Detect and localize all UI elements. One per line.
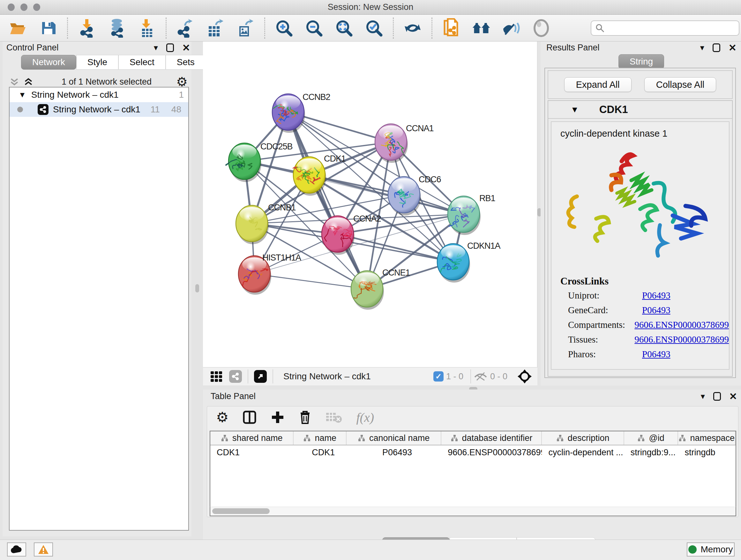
tab-string[interactable]: String <box>618 54 664 69</box>
import-network-icon[interactable] <box>77 19 96 37</box>
column-header-name[interactable]: name <box>293 431 347 445</box>
table-cell[interactable]: P06493 <box>347 445 441 459</box>
delete-column-icon[interactable] <box>299 410 312 425</box>
network-row-selected[interactable]: String Network – cdk1 11 48 <box>10 102 188 117</box>
table-cell[interactable]: CDK1 <box>210 445 293 459</box>
node-CDC6[interactable]: CDC6 <box>388 175 441 215</box>
crosslink-link[interactable]: P06493 <box>642 304 670 316</box>
column-header-description[interactable]: description <box>542 431 624 445</box>
zoom-fit-icon[interactable] <box>335 19 353 37</box>
memory-button[interactable]: Memory <box>687 543 735 557</box>
close-panel-icon[interactable]: ✕ <box>182 43 190 53</box>
column-header-shared-name[interactable]: shared name <box>210 431 293 445</box>
import-table-icon[interactable] <box>138 19 156 37</box>
panel-menu-icon[interactable]: ▾ <box>701 391 705 401</box>
hide-graphics-details-icon[interactable] <box>502 19 521 37</box>
close-panel-icon[interactable]: ✕ <box>729 43 737 53</box>
table-cell[interactable]: 9606.ENSP00000378699 <box>441 445 542 459</box>
minimize-window-icon[interactable] <box>20 3 27 11</box>
update-layout-icon[interactable] <box>403 19 422 37</box>
expand-all-button[interactable]: Expand All <box>564 77 631 92</box>
table-cell[interactable]: cyclin-dependent ... <box>542 445 624 459</box>
table-cell[interactable]: stringdb:9... <box>624 445 678 459</box>
tab-style[interactable]: Style <box>76 55 118 70</box>
panel-menu-icon[interactable]: ▾ <box>700 43 704 53</box>
show-columns-icon[interactable] <box>243 410 257 424</box>
share-document-icon[interactable] <box>442 19 461 37</box>
collapse-collection-icon[interactable]: ▼ <box>18 90 26 99</box>
table-cell[interactable]: CDK1 <box>293 445 347 459</box>
network-view[interactable]: CCNB2CCNA1CDC25BCDK1CDC6RB1CCNB1CCNA2CDK… <box>203 42 537 367</box>
column-header-canonical-name[interactable]: canonical name <box>347 431 441 445</box>
grid-view-icon[interactable] <box>209 369 223 383</box>
node-CDKN1A[interactable]: CDKN1A <box>437 241 501 283</box>
window-buttons[interactable] <box>8 3 40 11</box>
search-field[interactable] <box>591 20 739 36</box>
maximize-window-icon[interactable] <box>33 3 40 11</box>
zoom-out-icon[interactable] <box>305 19 323 37</box>
warning-status-button[interactable] <box>34 543 53 557</box>
cloud-status-button[interactable] <box>7 543 26 557</box>
float-panel-icon[interactable] <box>713 44 720 52</box>
node-RB1[interactable]: RB1 <box>448 193 495 235</box>
zoom-in-icon[interactable] <box>275 19 293 37</box>
import-network-database-icon[interactable] <box>108 19 126 37</box>
node-label-CDC25B: CDC25B <box>260 142 293 151</box>
float-panel-icon[interactable] <box>166 44 174 52</box>
collapse-section-icon[interactable]: ▼ <box>570 105 579 115</box>
birdseye-view-icon[interactable] <box>532 19 550 37</box>
close-window-icon[interactable] <box>8 3 15 11</box>
network-collection-row[interactable]: ▼ String Network – cdk1 1 <box>10 87 188 102</box>
column-header-namespace[interactable]: namespace <box>678 431 736 445</box>
column-header-database-identifier[interactable]: database identifier <box>441 431 542 445</box>
tab-select[interactable]: Select <box>118 55 165 70</box>
save-session-icon[interactable] <box>39 19 57 37</box>
float-panel-icon[interactable] <box>713 392 721 401</box>
delete-table-icon <box>326 411 342 424</box>
node-CCNA1[interactable]: CCNA1 <box>375 124 434 163</box>
export-network-icon[interactable] <box>176 19 195 37</box>
node-CCNB1[interactable]: CCNB1 <box>236 203 296 244</box>
table-horizontal-scrollbar[interactable] <box>210 507 736 516</box>
network-share-badge-icon[interactable] <box>229 370 242 383</box>
tab-network[interactable]: Network <box>21 55 76 70</box>
table-cell[interactable]: stringdb <box>678 445 736 459</box>
collapse-all-button[interactable]: Collapse All <box>644 77 717 92</box>
network-options-gear-icon[interactable]: ⚙ <box>176 75 188 88</box>
scrollbar-thumb[interactable] <box>212 508 270 514</box>
crosslink-link[interactable]: P06493 <box>642 289 670 302</box>
node-CCNB2[interactable]: CCNB2 <box>272 92 330 133</box>
node-CCNA2[interactable]: CCNA2 <box>322 214 381 255</box>
search-input[interactable] <box>605 23 739 33</box>
network-canvas[interactable]: CCNB2CCNA1CDC25BCDK1CDC6RB1CCNB1CCNA2CDK… <box>203 42 537 367</box>
panel-menu-icon[interactable]: ▾ <box>154 43 158 53</box>
export-table-icon[interactable] <box>206 19 225 37</box>
table-options-gear-icon[interactable]: ⚙ <box>216 410 228 424</box>
tab-sets[interactable]: Sets <box>165 55 206 70</box>
close-panel-icon[interactable]: ✕ <box>729 392 737 401</box>
column-header--id[interactable]: @id <box>624 431 678 445</box>
table-row[interactable]: CDK1CDK1P064939606.ENSP00000378699cyclin… <box>210 445 736 459</box>
open-session-icon[interactable] <box>9 19 27 37</box>
open-external-icon[interactable] <box>254 370 267 383</box>
birdseye-toggle-icon[interactable] <box>517 369 532 384</box>
add-column-icon[interactable] <box>271 410 285 424</box>
crosslink-link[interactable]: 9606.ENSP00000378699 <box>634 333 729 346</box>
crosslink-label: Compartments: <box>568 318 634 331</box>
crosslinks-list: Uniprot:P06493GeneCard:P06493Compartment… <box>551 289 729 361</box>
hidden-eye-icon[interactable] <box>474 371 488 382</box>
left-splitter-handle[interactable] <box>195 284 199 293</box>
selected-nodes-checkbox-icon[interactable]: ✓ <box>433 371 444 381</box>
memory-status-icon <box>688 545 697 554</box>
zoom-selected-icon[interactable] <box>365 19 383 37</box>
node-HIST1H1A[interactable]: HIST1H1A <box>239 253 301 295</box>
string-home-icon[interactable] <box>472 19 490 37</box>
collapse-all-networks-icon[interactable] <box>23 76 34 87</box>
node-table[interactable]: shared namenamecanonical namedatabase id… <box>210 431 736 507</box>
crosslink-link[interactable]: 9606.ENSP00000378699 <box>634 318 729 331</box>
export-image-icon[interactable] <box>236 19 255 37</box>
node-CDK1[interactable]: CDK1 <box>293 154 346 196</box>
crosslink-link[interactable]: P06493 <box>642 348 670 361</box>
node-CCNE1[interactable]: CCNE1 <box>351 268 410 310</box>
expand-all-networks-icon[interactable] <box>9 76 20 87</box>
